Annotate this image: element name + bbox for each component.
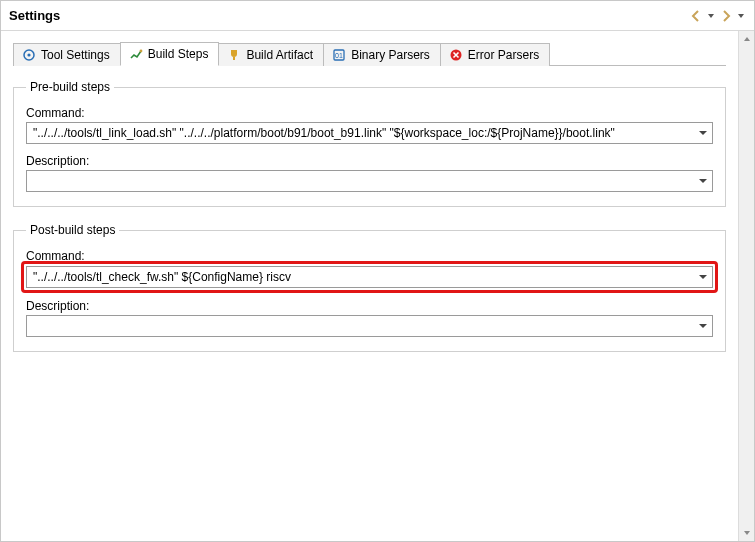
svg-point-1	[27, 53, 30, 56]
chevron-down-icon[interactable]	[694, 123, 712, 143]
postbuild-command-input[interactable]	[27, 267, 694, 287]
tab-label: Build Artifact	[246, 48, 313, 62]
svg-point-2	[139, 50, 142, 53]
tab-tool-settings[interactable]: Tool Settings	[13, 43, 121, 66]
prebuild-description-label: Description:	[26, 154, 713, 168]
error-icon	[449, 48, 463, 62]
gear-icon	[22, 48, 36, 62]
titlebar: Settings	[1, 1, 754, 31]
postbuild-group: Post-build steps Command: Description:	[13, 223, 726, 352]
tab-label: Build Steps	[148, 47, 209, 61]
postbuild-description-label: Description:	[26, 299, 713, 313]
settings-window: Settings Tool Settings	[0, 0, 755, 542]
scroll-up-icon[interactable]	[739, 31, 754, 47]
trophy-icon	[227, 48, 241, 62]
binary-icon: 01	[332, 48, 346, 62]
scroll-down-icon[interactable]	[739, 525, 754, 541]
svg-text:01: 01	[335, 52, 343, 59]
tab-error-parsers[interactable]: Error Parsers	[440, 43, 550, 66]
tab-binary-parsers[interactable]: 01 Binary Parsers	[323, 43, 441, 66]
tab-build-artifact[interactable]: Build Artifact	[218, 43, 324, 66]
chevron-down-icon[interactable]	[694, 171, 712, 191]
tab-bar: Tool Settings Build Steps Build Artifact	[13, 41, 726, 66]
body: Tool Settings Build Steps Build Artifact	[1, 31, 754, 541]
chevron-down-icon[interactable]	[694, 316, 712, 336]
prebuild-legend: Pre-build steps	[26, 80, 114, 94]
postbuild-legend: Post-build steps	[26, 223, 119, 237]
back-menu-button[interactable]	[706, 7, 716, 25]
postbuild-command-combo[interactable]	[26, 266, 713, 288]
prebuild-command-label: Command:	[26, 106, 713, 120]
tab-build-steps[interactable]: Build Steps	[120, 42, 220, 66]
back-button[interactable]	[688, 7, 704, 25]
prebuild-command-combo[interactable]	[26, 122, 713, 144]
content-area: Tool Settings Build Steps Build Artifact	[1, 31, 738, 541]
prebuild-command-input[interactable]	[27, 123, 694, 143]
forward-button[interactable]	[718, 7, 734, 25]
chevron-down-icon[interactable]	[694, 267, 712, 287]
steps-icon	[129, 47, 143, 61]
prebuild-description-combo[interactable]	[26, 170, 713, 192]
tab-label: Error Parsers	[468, 48, 539, 62]
scroll-track[interactable]	[739, 47, 754, 525]
page-title: Settings	[9, 8, 60, 23]
prebuild-group: Pre-build steps Command: Description:	[13, 80, 726, 207]
postbuild-description-input[interactable]	[27, 316, 694, 336]
tab-label: Tool Settings	[41, 48, 110, 62]
postbuild-highlight	[21, 261, 718, 293]
forward-menu-button[interactable]	[736, 7, 746, 25]
prebuild-description-input[interactable]	[27, 171, 694, 191]
vertical-scrollbar[interactable]	[738, 31, 754, 541]
tab-label: Binary Parsers	[351, 48, 430, 62]
nav-arrows	[688, 7, 746, 25]
postbuild-description-combo[interactable]	[26, 315, 713, 337]
